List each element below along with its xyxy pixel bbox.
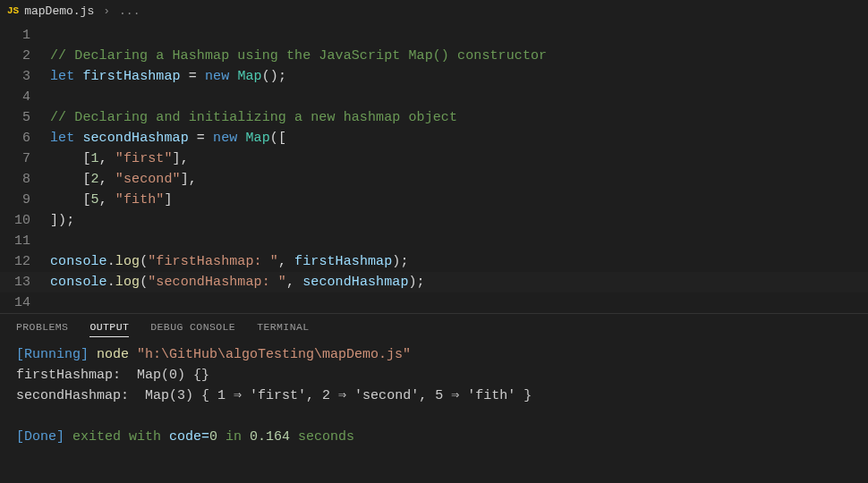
code-line[interactable]: // Declaring and initializing a new hash… (50, 110, 457, 125)
code-line[interactable]: [2, "second"], (50, 172, 197, 187)
output-panel-body[interactable]: [Running] node "h:\GitHub\algoTesting\ma… (0, 343, 868, 449)
line-number: 5 (0, 110, 50, 125)
bottom-panel: PROBLEMS OUTPUT DEBUG CONSOLE TERMINAL [… (0, 313, 868, 469)
output-running: [Running] (16, 347, 89, 362)
code-line[interactable]: // Declaring a Hashmap using the JavaScr… (50, 48, 547, 64)
line-number: 8 (0, 172, 50, 187)
line-number: 6 (0, 131, 50, 146)
breadcrumb-filename[interactable]: mapDemo.js (24, 4, 94, 18)
code-line[interactable]: console.log("firstHashmap: ", firstHashm… (50, 254, 409, 269)
code-line[interactable]: let firstHashmap = new Map(); (50, 69, 286, 84)
code-line[interactable]: ]); (50, 213, 74, 228)
output-line: firstHashmap: Map(0) {} (16, 368, 209, 383)
chevron-right-icon: › (99, 4, 114, 18)
tab-debug-console[interactable]: DEBUG CONSOLE (150, 321, 235, 337)
output-done: [Done] (16, 429, 64, 445)
code-editor[interactable]: 1 2 // Declaring a Hashmap using the Jav… (0, 21, 868, 313)
line-number: 2 (0, 48, 50, 64)
line-number: 12 (0, 254, 50, 269)
line-number: 10 (0, 213, 50, 228)
line-number: 11 (0, 233, 50, 249)
output-line: secondHashmap: Map(3) { 1 ⇒ 'first', 2 ⇒… (16, 388, 532, 403)
line-number: 7 (0, 151, 50, 166)
line-number: 14 (0, 295, 50, 310)
panel-tabbar: PROBLEMS OUTPUT DEBUG CONSOLE TERMINAL (0, 314, 868, 343)
tab-output[interactable]: OUTPUT (89, 321, 129, 337)
code-line[interactable]: [1, "first"], (50, 151, 189, 166)
code-line[interactable]: console.log("secondHashmap: ", secondHas… (50, 275, 425, 290)
breadcrumb-more[interactable]: ... (119, 4, 140, 18)
line-number: 9 (0, 192, 50, 208)
line-number: 13 (0, 275, 50, 290)
js-file-icon: JS (7, 5, 19, 16)
line-number: 4 (0, 89, 50, 105)
line-number: 1 (0, 28, 50, 43)
line-number: 3 (0, 69, 50, 84)
code-line[interactable]: let secondHashmap = new Map([ (50, 131, 286, 146)
tab-terminal[interactable]: TERMINAL (257, 321, 309, 337)
tab-problems[interactable]: PROBLEMS (16, 321, 68, 337)
code-line[interactable]: [5, "fith"] (50, 192, 173, 208)
breadcrumb-bar: JS mapDemo.js › ... (0, 0, 868, 21)
